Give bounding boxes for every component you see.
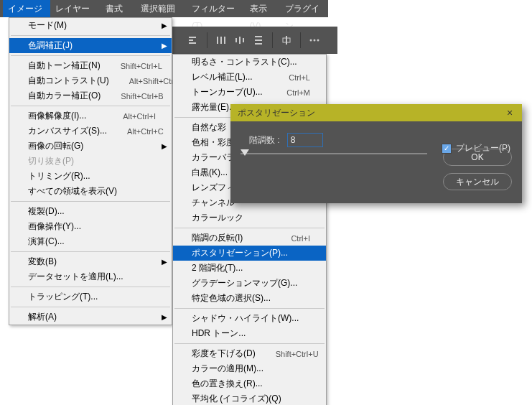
check-icon: ✓ — [442, 144, 452, 154]
menu-item[interactable]: 色調補正(J)▶ — [9, 38, 172, 53]
menu-item-label: トーンカーブ(U)... — [192, 86, 266, 98]
menu-item-shortcut: Shift+Ctrl+B — [121, 92, 163, 101]
menu-item[interactable]: 特定色域の選択(S)... — [173, 291, 326, 306]
menu-item[interactable]: モード(M)▶ — [9, 18, 172, 33]
menu-item[interactable]: トリミング(R)... — [9, 169, 172, 184]
menu-item-label: カンバスサイズ(S)... — [28, 125, 107, 137]
menu-item[interactable]: 階調の反転(I)Ctrl+I — [173, 231, 326, 246]
menu-item-label: 複製(D)... — [28, 205, 156, 218]
menu-filter[interactable]: フィルター(T) — [187, 0, 245, 17]
align-vertical-icon[interactable] — [280, 34, 293, 47]
menu-item-label: HDR トーン... — [192, 327, 310, 340]
levels-input[interactable] — [287, 133, 323, 147]
menubar: イメージ(I) レイヤー(L) 書式(Y) 選択範囲(S) フィルター(T) 表… — [0, 0, 328, 17]
menu-item-shortcut: Ctrl+M — [286, 88, 310, 97]
menu-item-label: 色調補正(J) — [28, 39, 156, 52]
menu-item-label: 画像の回転(G) — [28, 140, 156, 152]
menu-item-label: グラデーションマップ(G)... — [192, 277, 310, 289]
menu-item[interactable]: カラーの適用(M)... — [173, 361, 326, 376]
svg-rect-4 — [220, 37, 222, 44]
menu-type[interactable]: 書式(Y) — [101, 0, 136, 17]
posterize-dialog: ポスタリゼーション × 階調数 : OK キャンセル ✓ プレビュー(P) — [230, 104, 522, 203]
distribute-horizontal-icon[interactable] — [215, 34, 228, 47]
more-icon[interactable] — [308, 34, 321, 47]
menu-item-label: 色の置き換え(R)... — [192, 378, 310, 390]
menu-item[interactable]: 彩度を下げる(D)Shift+Ctrl+U — [173, 346, 326, 361]
preview-checkbox[interactable]: ✓ プレビュー(P) — [442, 142, 510, 154]
menu-item-label: 階調の反転(I) — [192, 232, 271, 244]
menu-item-shortcut: Alt+Ctrl+I — [123, 112, 156, 121]
svg-rect-1 — [189, 39, 193, 41]
menu-item-label: トラッピング(T)... — [28, 291, 156, 303]
menu-image[interactable]: イメージ(I) — [3, 0, 50, 17]
menu-item-label: 彩度を下げる(D) — [192, 348, 256, 360]
menu-item[interactable]: 平均化 (イコライズ)(Q) — [173, 391, 326, 405]
menu-image-dropdown: モード(M)▶色調補正(J)▶自動トーン補正(N)Shift+Ctrl+L自動コ… — [9, 17, 172, 325]
menu-select[interactable]: 選択範囲(S) — [136, 0, 187, 17]
menu-item[interactable]: グラデーションマップ(G)... — [173, 276, 326, 291]
menu-item[interactable]: 画像解像度(I)...Alt+Ctrl+I — [9, 108, 172, 124]
slider-thumb-icon[interactable] — [241, 149, 249, 156]
menu-view[interactable]: 表示(V) — [245, 0, 280, 17]
menu-item[interactable]: トーンカーブ(U)...Ctrl+M — [173, 85, 326, 100]
menu-item[interactable]: カラールック — [173, 210, 326, 225]
menu-item[interactable]: 明るさ・コントラスト(C)... — [173, 55, 326, 70]
menu-item-label: データセットを適用(L)... — [28, 271, 156, 283]
svg-rect-9 — [255, 36, 262, 37]
distribute-center-icon[interactable] — [233, 34, 246, 47]
svg-rect-0 — [189, 37, 196, 38]
menu-item-label: 明るさ・コントラスト(C)... — [192, 56, 310, 68]
menu-item[interactable]: レベル補正(L)...Ctrl+L — [173, 70, 326, 85]
menu-item[interactable]: 画像操作(Y)... — [9, 219, 172, 234]
submenu-arrow-icon: ▶ — [162, 258, 167, 266]
svg-point-16 — [317, 39, 319, 42]
menu-item[interactable]: シャドウ・ハイライト(W)... — [173, 311, 326, 326]
preview-label: プレビュー(P) — [456, 142, 510, 154]
menu-item[interactable]: 演算(C)... — [9, 234, 172, 249]
menu-item[interactable]: 2 階調化(T)... — [173, 261, 326, 276]
menu-item[interactable]: 自動トーン補正(N)Shift+Ctrl+L — [9, 58, 172, 73]
svg-point-14 — [310, 39, 312, 42]
menu-item[interactable]: HDR トーン... — [173, 326, 326, 341]
menu-item-label: 変数(B) — [28, 256, 156, 268]
menu-item-label: ポスタリゼーション(P)... — [192, 247, 310, 259]
svg-rect-7 — [239, 37, 241, 44]
menu-item[interactable]: 複製(D)... — [9, 204, 172, 219]
svg-rect-3 — [217, 37, 218, 44]
submenu-arrow-icon: ▶ — [162, 42, 167, 50]
menu-plugin[interactable]: プラグイン — [280, 0, 328, 17]
menu-item[interactable]: 画像の回転(G)▶ — [9, 139, 172, 154]
menu-item-label: 解析(A) — [28, 311, 156, 323]
menu-item-label: モード(M) — [28, 19, 156, 32]
svg-rect-11 — [255, 43, 262, 45]
menu-layer[interactable]: レイヤー(L) — [50, 0, 100, 17]
options-bar — [172, 27, 337, 54]
cancel-button[interactable]: キャンセル — [443, 173, 512, 190]
menu-item[interactable]: 自動カラー補正(O)Shift+Ctrl+B — [9, 88, 172, 103]
menu-item[interactable]: トラッピング(T)... — [9, 289, 172, 304]
svg-rect-5 — [224, 37, 225, 44]
menu-item[interactable]: ポスタリゼーション(P)... — [173, 246, 326, 261]
menu-item-label: シャドウ・ハイライト(W)... — [192, 312, 310, 325]
submenu-arrow-icon: ▶ — [162, 142, 167, 150]
menu-item-shortcut: Alt+Ctrl+C — [127, 127, 164, 136]
menu-item: 切り抜き(P) — [9, 154, 172, 169]
menu-item[interactable]: 変数(B)▶ — [9, 254, 172, 269]
menu-item-label: 自動カラー補正(O) — [28, 90, 101, 102]
menu-item[interactable]: データセットを適用(L)... — [9, 269, 172, 284]
svg-rect-12 — [286, 36, 287, 45]
distribute-vertical-icon[interactable] — [252, 34, 265, 47]
levels-label: 階調数 : — [249, 134, 280, 146]
menu-item[interactable]: すべての領域を表示(V) — [9, 184, 172, 199]
menu-item[interactable]: カンバスサイズ(S)...Alt+Ctrl+C — [9, 124, 172, 139]
menu-item-label: カラーの適用(M)... — [192, 363, 310, 375]
menu-item[interactable]: 自動コントラスト(U)Alt+Shift+Ctrl+L — [9, 73, 172, 88]
menu-item[interactable]: 色の置き換え(R)... — [173, 376, 326, 391]
menu-item-shortcut: Shift+Ctrl+L — [121, 62, 162, 70]
dialog-titlebar[interactable]: ポスタリゼーション × — [230, 104, 522, 121]
close-icon[interactable]: × — [502, 107, 518, 118]
menu-item[interactable]: 解析(A)▶ — [9, 309, 172, 325]
align-left-icon[interactable] — [187, 34, 200, 47]
menu-item-shortcut: Shift+Ctrl+U — [276, 350, 319, 358]
levels-slider[interactable] — [241, 153, 427, 154]
